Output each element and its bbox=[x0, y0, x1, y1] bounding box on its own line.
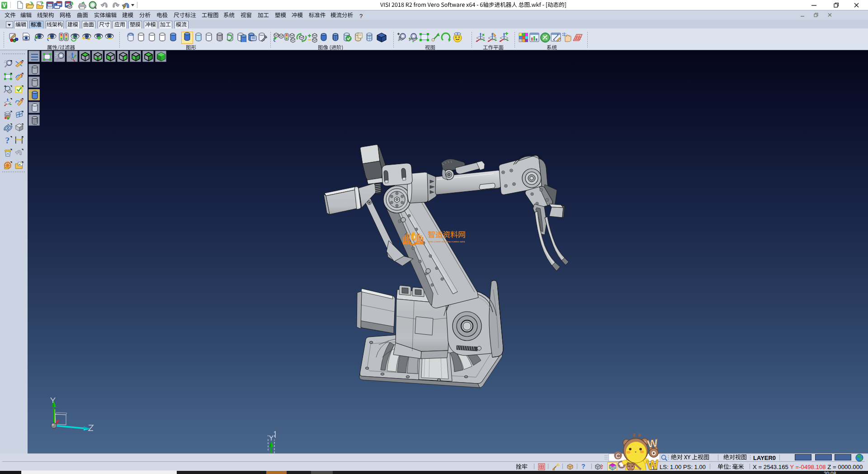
svg-text:?: ? bbox=[5, 136, 10, 145]
svg-text:C: C bbox=[616, 452, 620, 460]
